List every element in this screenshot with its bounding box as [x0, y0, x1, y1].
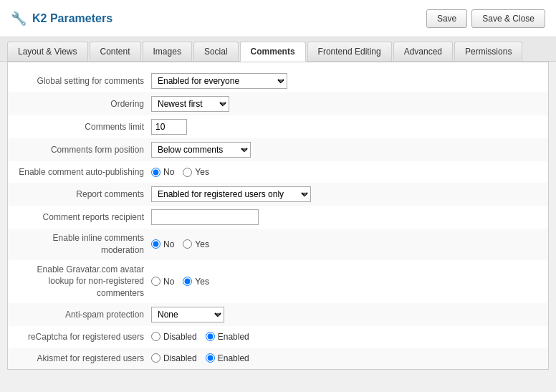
recaptcha-radio-group: Disabled Enabled — [151, 332, 249, 342]
report-comments-select[interactable]: Enabled for registered users only Enable… — [151, 186, 311, 202]
gravatar-row: Enable Gravatar.com avatar lookup for no… — [8, 260, 548, 303]
tab-comments[interactable]: Comments — [240, 42, 306, 62]
save-button[interactable]: Save — [426, 9, 467, 28]
inline-moderation-control: No Yes — [151, 239, 541, 249]
save-close-button[interactable]: Save & Close — [471, 9, 545, 28]
comments-limit-input[interactable] — [151, 119, 187, 135]
antispam-control: None reCaptcha Akismet — [151, 307, 541, 322]
gravatar-label: Enable Gravatar.com avatar lookup for no… — [15, 264, 151, 300]
inline-moderation-no-label: No — [163, 239, 174, 249]
inline-moderation-yes-label: Yes — [195, 239, 209, 249]
form-notes-row: Enable comment form notes No Yes — [8, 369, 548, 370]
header-buttons: Save Save & Close — [426, 9, 545, 28]
autopublish-no-item: No — [151, 167, 174, 177]
akismet-radio-group: Disabled Enabled — [151, 353, 249, 363]
autopublish-yes-radio[interactable] — [183, 168, 192, 177]
tab-content[interactable]: Content — [90, 42, 141, 61]
recaptcha-enabled-radio[interactable] — [206, 332, 215, 341]
gravatar-no-radio[interactable] — [151, 277, 160, 286]
akismet-row: Akismet for registered users Disabled En… — [8, 348, 548, 369]
gravatar-yes-radio[interactable] — [183, 277, 192, 286]
akismet-label: Akismet for registered users — [15, 353, 151, 365]
akismet-disabled-radio[interactable] — [151, 353, 160, 363]
global-setting-control: Enabled for everyone Enabled for registe… — [151, 73, 541, 89]
autopublish-no-radio[interactable] — [151, 168, 160, 177]
recaptcha-label: reCaptcha for registered users — [15, 331, 151, 343]
antispam-dropdown-wrapper: None reCaptcha Akismet — [151, 307, 224, 322]
gravatar-no-item: No — [151, 277, 174, 287]
global-setting-row: Global setting for comments Enabled for … — [8, 70, 548, 92]
comment-reports-recipient-input[interactable] — [151, 209, 259, 225]
inline-moderation-yes-radio[interactable] — [183, 239, 192, 249]
comments-form-position-row: Comments form position Below comments Ab… — [8, 138, 548, 161]
comments-form-position-dropdown-wrapper: Below comments Above comments — [151, 142, 251, 158]
ordering-select[interactable]: Newest first Oldest first — [151, 96, 229, 112]
inline-moderation-yes-item: Yes — [183, 239, 209, 249]
tab-frontend-editing[interactable]: Frontend Editing — [307, 42, 392, 61]
comments-limit-label: Comments limit — [15, 121, 151, 133]
akismet-enabled-label: Enabled — [218, 353, 249, 363]
recaptcha-enabled-item: Enabled — [206, 332, 249, 342]
tab-bar: Layout & Views Content Images Social Com… — [0, 37, 556, 62]
inline-moderation-no-item: No — [151, 239, 174, 249]
tab-permissions[interactable]: Permissions — [454, 42, 522, 61]
global-setting-label: Global setting for comments — [15, 75, 151, 87]
recaptcha-disabled-label: Disabled — [163, 332, 197, 342]
ordering-dropdown-wrapper: Newest first Oldest first — [151, 96, 229, 112]
comments-form-position-control: Below comments Above comments — [151, 142, 541, 158]
tab-layout-views[interactable]: Layout & Views — [7, 42, 88, 61]
ordering-label: Ordering — [15, 98, 151, 110]
tab-advanced[interactable]: Advanced — [393, 42, 453, 61]
ordering-control: Newest first Oldest first — [151, 96, 541, 112]
wrench-icon: 🔧 — [11, 11, 27, 27]
form-panel: Global setting for comments Enabled for … — [7, 62, 549, 370]
report-comments-control: Enabled for registered users only Enable… — [151, 186, 541, 202]
global-setting-dropdown-wrapper: Enabled for everyone Enabled for registe… — [151, 73, 287, 89]
comments-limit-row: Comments limit — [8, 115, 548, 138]
comments-limit-control — [151, 119, 541, 135]
akismet-disabled-item: Disabled — [151, 353, 197, 363]
global-setting-select[interactable]: Enabled for everyone Enabled for registe… — [151, 73, 287, 89]
autopublish-no-label: No — [163, 167, 174, 177]
comments-form-position-label: Comments form position — [15, 144, 151, 156]
recaptcha-enabled-label: Enabled — [218, 332, 249, 342]
gravatar-radio-group: No Yes — [151, 277, 209, 287]
report-comments-label: Report comments — [15, 188, 151, 201]
tab-images[interactable]: Images — [143, 42, 192, 61]
tab-social[interactable]: Social — [193, 42, 239, 61]
gravatar-control: No Yes — [151, 277, 541, 287]
autopublish-yes-item: Yes — [183, 167, 209, 177]
comment-reports-recipient-label: Comment reports recipient — [15, 211, 151, 224]
inline-moderation-label: Enable inline comments moderation — [15, 232, 151, 257]
app-title: 🔧 K2 Parameters — [11, 11, 112, 27]
comments-form-position-select[interactable]: Below comments Above comments — [151, 142, 251, 158]
akismet-enabled-radio[interactable] — [206, 353, 215, 363]
inline-moderation-row: Enable inline comments moderation No Yes — [8, 229, 548, 260]
enable-autopublish-row: Enable comment auto-publishing No Yes — [8, 161, 548, 183]
ordering-row: Ordering Newest first Oldest first — [8, 92, 548, 115]
report-comments-dropdown-wrapper: Enabled for registered users only Enable… — [151, 186, 311, 202]
comment-reports-recipient-row: Comment reports recipient — [8, 206, 548, 229]
antispam-select[interactable]: None reCaptcha Akismet — [151, 307, 224, 322]
autopublish-yes-label: Yes — [195, 167, 209, 177]
title-text: K2 Parameters — [32, 12, 112, 25]
recaptcha-disabled-radio[interactable] — [151, 332, 160, 341]
akismet-enabled-item: Enabled — [206, 353, 249, 363]
gravatar-yes-item: Yes — [183, 277, 209, 287]
recaptcha-disabled-item: Disabled — [151, 332, 197, 342]
recaptcha-control: Disabled Enabled — [151, 332, 541, 342]
gravatar-yes-label: Yes — [195, 277, 209, 287]
enable-autopublish-control: No Yes — [151, 167, 541, 177]
gravatar-no-label: No — [163, 277, 174, 287]
enable-autopublish-radio-group: No Yes — [151, 167, 209, 177]
akismet-control: Disabled Enabled — [151, 353, 541, 363]
antispam-row: Anti-spam protection None reCaptcha Akis… — [8, 303, 548, 326]
akismet-disabled-label: Disabled — [163, 353, 197, 363]
enable-autopublish-label: Enable comment auto-publishing — [15, 166, 151, 178]
report-comments-row: Report comments Enabled for registered u… — [8, 183, 548, 206]
comment-reports-recipient-control — [151, 209, 541, 225]
recaptcha-row: reCaptcha for registered users Disabled … — [8, 326, 548, 348]
inline-moderation-radio-group: No Yes — [151, 239, 209, 249]
antispam-label: Anti-spam protection — [15, 309, 151, 321]
inline-moderation-no-radio[interactable] — [151, 239, 160, 249]
